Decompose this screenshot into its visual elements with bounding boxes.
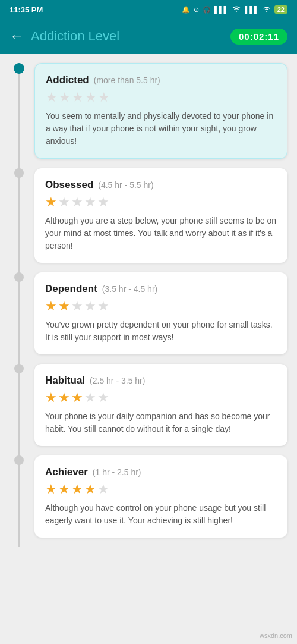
- card-subtitle-habitual: (2.5 hr - 3.5 hr): [90, 376, 145, 385]
- card-achiever: Achiever(1 hr - 2.5 hr)★★★★★Although you…: [34, 455, 287, 538]
- timeline-dot-addicted: [14, 63, 24, 74]
- star-1: ★: [45, 194, 57, 210]
- header: ← Addiction Level 00:02:11: [0, 19, 297, 54]
- star-2: ★: [58, 390, 70, 406]
- star-1: ★: [45, 390, 57, 406]
- stars-obsessed: ★★★★★: [45, 194, 277, 210]
- star-4: ★: [84, 482, 96, 497]
- card-text-addicted: You seem to mentally and physically devo…: [46, 110, 276, 147]
- signal2-icon: ▌▌▌: [245, 6, 258, 13]
- stars-achiever: ★★★★★: [45, 482, 277, 497]
- stars-dependent: ★★★★★: [45, 299, 277, 314]
- card-title-obsessed: Obsessed: [45, 179, 93, 191]
- back-button[interactable]: ←: [10, 29, 24, 43]
- card-title-dependent: Dependent: [45, 283, 97, 295]
- cards-column: Addicted(more than 5.5 hr)★★★★★You seem …: [29, 63, 287, 547]
- watermark: wsxdn.com: [260, 632, 292, 639]
- status-time: 11:35 PM: [10, 5, 43, 14]
- star-2: ★: [58, 482, 70, 497]
- star-2: ★: [59, 90, 71, 105]
- star-3: ★: [71, 299, 83, 314]
- timeline-dot-obsessed: [14, 168, 24, 178]
- card-text-obsessed: Although you are a step below, your phon…: [45, 215, 277, 252]
- star-4: ★: [84, 390, 96, 406]
- card-title-addicted: Addicted: [46, 74, 89, 86]
- bell-icon: 🔔: [182, 6, 190, 14]
- card-header-obsessed: Obsessed(4.5 hr - 5.5 hr): [45, 179, 277, 191]
- timeline-dot-achiever: [14, 455, 24, 465]
- card-subtitle-achiever: (1 hr - 2.5 hr): [93, 467, 141, 477]
- timer-badge: 00:02:11: [230, 29, 287, 45]
- page-title: Addiction Level: [31, 29, 119, 44]
- star-4: ★: [85, 90, 97, 105]
- spotify-icon: ⊙: [194, 6, 199, 14]
- card-text-dependent: You've grown pretty dependent on your ph…: [45, 319, 277, 344]
- card-subtitle-dependent: (3.5 hr - 4.5 hr): [102, 284, 157, 294]
- card-obsessed: Obsessed(4.5 hr - 5.5 hr)★★★★★Although y…: [34, 168, 287, 263]
- timeline-line: [10, 63, 29, 547]
- star-5: ★: [98, 90, 110, 105]
- card-text-habitual: Your phone is your daily companion and h…: [45, 410, 277, 435]
- star-5: ★: [97, 194, 109, 210]
- card-text-achiever: Although you have control on your phone …: [45, 502, 277, 527]
- card-title-habitual: Habitual: [45, 375, 85, 387]
- star-1: ★: [46, 90, 58, 105]
- status-bar: 11:35 PM 🔔 ⊙ 🎧 ▌▌▌ ▌▌▌ 22: [0, 0, 297, 19]
- timeline-container: Addicted(more than 5.5 hr)★★★★★You seem …: [0, 63, 287, 547]
- timeline-dot-habitual: [14, 364, 24, 373]
- headset-icon: 🎧: [203, 6, 211, 14]
- star-2: ★: [58, 299, 70, 314]
- star-5: ★: [97, 482, 109, 497]
- header-left: ← Addiction Level: [10, 29, 119, 44]
- wifi-icon: [232, 5, 241, 14]
- stars-addicted: ★★★★★: [46, 90, 276, 105]
- timeline-track: [18, 63, 20, 547]
- star-3: ★: [72, 90, 84, 105]
- card-habitual: Habitual(2.5 hr - 3.5 hr)★★★★★Your phone…: [34, 364, 287, 446]
- star-4: ★: [84, 194, 96, 210]
- card-dependent: Dependent(3.5 hr - 4.5 hr)★★★★★You've gr…: [34, 272, 287, 354]
- battery-badge: 22: [274, 5, 287, 14]
- star-3: ★: [71, 482, 83, 497]
- star-1: ★: [45, 299, 57, 314]
- timeline-dot-dependent: [14, 272, 24, 282]
- card-subtitle-obsessed: (4.5 hr - 5.5 hr): [98, 180, 153, 190]
- main-content: Addicted(more than 5.5 hr)★★★★★You seem …: [0, 54, 297, 644]
- signal-icon: ▌▌▌: [214, 6, 228, 13]
- card-title-achiever: Achiever: [45, 466, 88, 478]
- star-5: ★: [97, 390, 109, 406]
- card-header-habitual: Habitual(2.5 hr - 3.5 hr): [45, 375, 277, 387]
- wifi2-icon: [263, 6, 271, 14]
- card-header-dependent: Dependent(3.5 hr - 4.5 hr): [45, 283, 277, 295]
- card-header-addicted: Addicted(more than 5.5 hr): [46, 74, 276, 86]
- card-addicted: Addicted(more than 5.5 hr)★★★★★You seem …: [34, 63, 287, 159]
- star-3: ★: [71, 390, 83, 406]
- star-5: ★: [97, 299, 109, 314]
- star-2: ★: [58, 194, 70, 210]
- card-header-achiever: Achiever(1 hr - 2.5 hr): [45, 466, 277, 478]
- star-1: ★: [45, 482, 57, 497]
- stars-habitual: ★★★★★: [45, 390, 277, 406]
- status-icons: 🔔 ⊙ 🎧 ▌▌▌ ▌▌▌ 22: [182, 5, 287, 14]
- star-3: ★: [71, 194, 83, 210]
- star-4: ★: [84, 299, 96, 314]
- card-subtitle-addicted: (more than 5.5 hr): [94, 76, 160, 85]
